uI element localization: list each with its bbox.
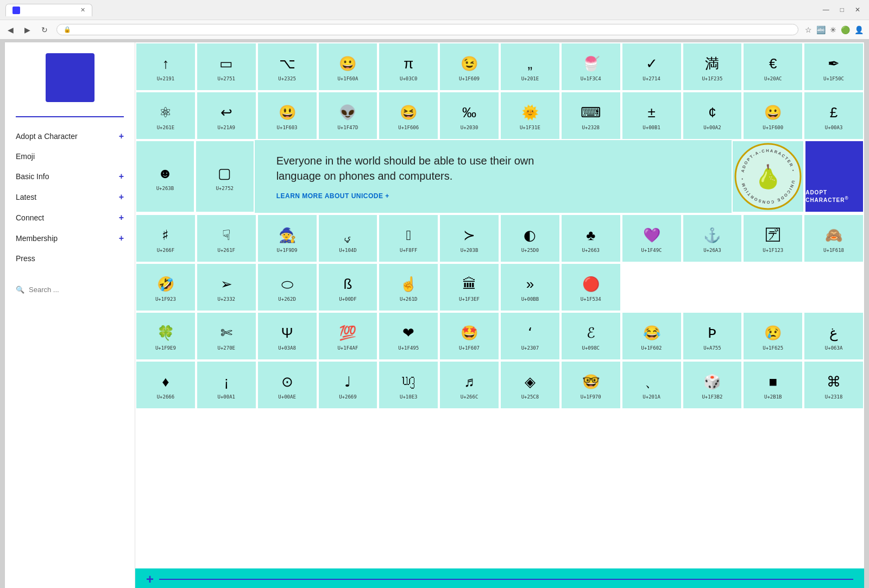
char-cell[interactable]: 🌞U+1F31E xyxy=(500,91,561,140)
char-cell[interactable]: غU+063A xyxy=(803,312,864,361)
char-cell[interactable]: 😆U+1F606 xyxy=(378,91,439,140)
char-cell[interactable]: ♩U+2669 xyxy=(318,361,379,409)
char-cell[interactable]: ⌘U+2318 xyxy=(803,361,864,409)
char-cell[interactable]: 🍧U+1F3C4 xyxy=(561,42,621,91)
sidebar-item-membership[interactable]: Membership + xyxy=(5,228,135,249)
sidebar-item-connect[interactable]: Connect + xyxy=(5,207,135,228)
char-cell[interactable]: 😢U+1F625 xyxy=(742,312,803,361)
char-cell[interactable]: ▢U+2752 xyxy=(195,140,255,213)
minimize-button[interactable]: — xyxy=(820,5,833,15)
char-cell[interactable]: ☻U+263B xyxy=(135,140,195,213)
char-cell[interactable]: 🍀U+1F9E9 xyxy=(135,312,196,361)
back-button[interactable]: ◀ xyxy=(5,24,16,35)
char-cell[interactable]: 🤩U+1F607 xyxy=(439,312,500,361)
search-input[interactable] xyxy=(29,286,124,294)
char-cell[interactable]: ℰU+098C xyxy=(561,312,621,361)
char-cell[interactable]: ▭U+2751 xyxy=(196,42,257,91)
char-cell[interactable]: ⚓U+26A3 xyxy=(682,214,743,263)
char-cell[interactable]: ￿U+F8FF xyxy=(378,214,439,263)
char-cell[interactable]: 👽U+1F47D xyxy=(318,91,379,140)
char-cell[interactable]: ♯U+266F xyxy=(135,214,196,263)
char-cell[interactable]: 😀U+1F60A xyxy=(318,42,379,91)
char-cell[interactable]: „U+201E xyxy=(500,42,561,91)
address-bar[interactable]: 🔒 xyxy=(56,24,798,35)
char-cell[interactable]: ✓U+2714 xyxy=(621,42,682,91)
char-cell[interactable]: ¢U+00A2 xyxy=(682,91,743,140)
char-cell[interactable]: ⚛U+261E xyxy=(135,91,196,140)
sidebar-item-emoji[interactable]: Emoji xyxy=(5,147,135,166)
extension-button-2[interactable]: ✳ xyxy=(830,26,836,34)
char-cell[interactable]: ⬭U+262D xyxy=(257,263,318,312)
char-cell[interactable]: €U+20AC xyxy=(742,42,803,91)
char-symbol: £ xyxy=(830,104,837,121)
char-cell[interactable]: ✒U+1F50C xyxy=(803,42,864,91)
char-cell[interactable]: ♬U+266C xyxy=(439,361,500,409)
char-cell[interactable]: 🧙U+1F9D9 xyxy=(257,214,318,263)
char-cell[interactable]: 🤓U+1F970 xyxy=(561,361,621,409)
char-cell[interactable]: ◈U+25C8 xyxy=(500,361,561,409)
char-cell[interactable]: ؠU+104D xyxy=(318,214,379,263)
char-cell[interactable]: »U+00BB xyxy=(500,263,561,312)
extension-button-1[interactable]: 🔤 xyxy=(816,26,826,34)
char-cell[interactable]: 😀U+1F600 xyxy=(742,91,803,140)
char-cell[interactable]: ♣U+2663 xyxy=(561,214,621,263)
char-cell[interactable]: ☟U+261F xyxy=(196,214,257,263)
active-tab[interactable]: ✕ xyxy=(5,4,92,16)
char-cell[interactable]: 🏛U+1F3EF xyxy=(439,263,500,312)
char-cell[interactable]: ➢U+2332 xyxy=(196,263,257,312)
char-cell[interactable]: ■U+2B1B xyxy=(742,361,803,409)
char-cell[interactable]: 、U+201A xyxy=(621,361,682,409)
char-cell[interactable]: ¡U+00A1 xyxy=(196,361,257,409)
char-cell[interactable]: ◐U+25D0 xyxy=(500,214,561,263)
char-cell[interactable]: ±U+00B1 xyxy=(621,91,682,140)
sidebar-item-latest[interactable]: Latest + xyxy=(5,187,135,207)
char-cell[interactable]: ꪃU+10E3 xyxy=(378,361,439,409)
char-code: U+266C xyxy=(461,394,478,400)
char-cell[interactable]: ʻU+2307 xyxy=(500,312,561,361)
char-cell[interactable]: ‰U+2030 xyxy=(439,91,500,140)
char-cell[interactable]: ☝U+261D xyxy=(378,263,439,312)
char-cell[interactable]: πU+03C0 xyxy=(378,42,439,91)
unicode-logo[interactable] xyxy=(46,53,95,102)
char-symbol: 🔴 xyxy=(582,276,600,293)
learn-more-link[interactable]: LEARN MORE ABOUT UNICODE + xyxy=(276,192,710,200)
profile-button[interactable]: 👤 xyxy=(854,26,864,34)
sidebar-item-press[interactable]: Press xyxy=(5,249,135,268)
char-cell[interactable]: ϷU+A755 xyxy=(682,312,743,361)
char-cell[interactable]: ⌥U+2325 xyxy=(257,42,318,91)
char-cell[interactable]: 😃U+1F603 xyxy=(257,91,318,140)
char-cell[interactable]: 🙈U+1F618 xyxy=(803,214,864,263)
tab-close-button[interactable]: ✕ xyxy=(80,7,85,14)
char-cell[interactable]: ↑U+2191 xyxy=(135,42,196,91)
reload-button[interactable]: ↻ xyxy=(39,24,50,35)
close-button[interactable]: ✕ xyxy=(852,5,864,15)
char-cell[interactable]: £U+00A3 xyxy=(803,91,864,140)
bookmark-button[interactable]: ☆ xyxy=(805,26,812,34)
char-cell[interactable]: ßU+00DF xyxy=(318,263,379,312)
char-cell[interactable]: ❤U+1F495 xyxy=(378,312,439,361)
char-code: U+00DF xyxy=(339,296,357,302)
char-cell[interactable]: 満U+1F235 xyxy=(682,42,743,91)
char-cell[interactable]: ⌨U+2328 xyxy=(561,91,621,140)
char-cell[interactable]: ♦U+2666 xyxy=(135,361,196,409)
maximize-button[interactable]: □ xyxy=(837,5,847,15)
adopt-character-button[interactable]: ADOPT CHARACTER® xyxy=(804,140,864,213)
char-cell[interactable]: ⊙U+00AE xyxy=(257,361,318,409)
char-cell[interactable]: 🎲U+1F3B2 xyxy=(682,361,743,409)
char-cell[interactable]: 🤣U+1F923 xyxy=(135,263,196,312)
char-cell[interactable]: 😉U+1F609 xyxy=(439,42,500,91)
char-cell[interactable]: ΨU+03A8 xyxy=(257,312,318,361)
char-cell[interactable]: ✄U+270E xyxy=(196,312,257,361)
char-cell[interactable]: ↩U+21A9 xyxy=(196,91,257,140)
forward-button[interactable]: ▶ xyxy=(22,24,33,35)
char-cell[interactable]: 💯U+1F4AF xyxy=(318,312,379,361)
char-cell[interactable]: 😂U+1F602 xyxy=(621,312,682,361)
char-cell[interactable]: ≻U+203B xyxy=(439,214,500,263)
char-symbol: ≻ xyxy=(463,227,475,244)
extension-button-3[interactable]: 🟢 xyxy=(841,26,850,34)
char-cell[interactable]: 🈓U+1F123 xyxy=(742,214,803,263)
sidebar-item-basicinfo[interactable]: Basic Info + xyxy=(5,166,135,187)
sidebar-item-adopt[interactable]: Adopt a Character + xyxy=(5,126,135,147)
char-cell[interactable]: 🔴U+1F534 xyxy=(561,263,621,312)
char-cell[interactable]: 💜U+1F49C xyxy=(621,214,682,263)
